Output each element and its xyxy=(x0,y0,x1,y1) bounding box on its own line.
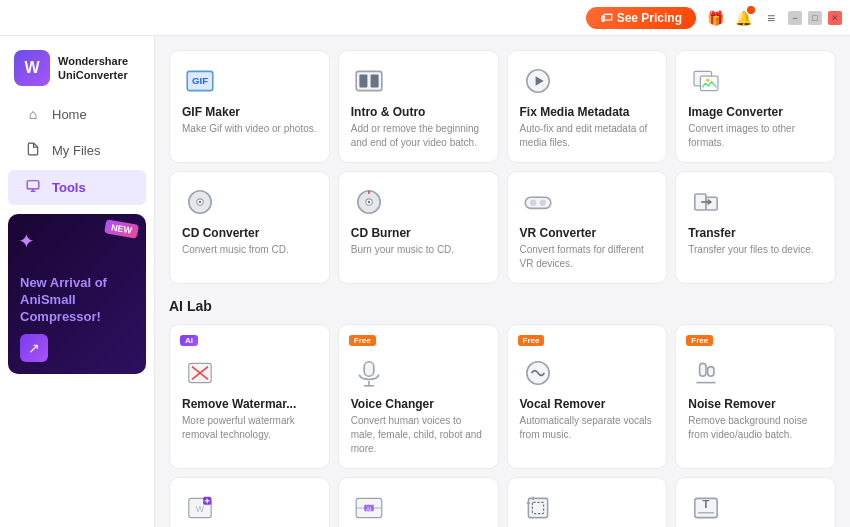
svg-rect-33 xyxy=(700,363,706,376)
app-name: WondershareUniConverter xyxy=(58,54,128,83)
home-icon: ⌂ xyxy=(24,106,42,122)
watermark-editor-icon-wrap: W xyxy=(182,490,218,526)
tool-remove-watermark[interactable]: AI Remove Watermar... More powerful wate… xyxy=(169,324,330,469)
svg-rect-6 xyxy=(359,75,367,88)
svg-rect-45 xyxy=(528,498,547,517)
tool-fix-media-metadata[interactable]: Fix Media Metadata Auto-fix and edit met… xyxy=(507,50,668,163)
free-badge-voice: Free xyxy=(349,335,376,346)
banner-line1: New Arrival of xyxy=(20,275,107,290)
app-icon: W xyxy=(14,50,50,86)
image-converter-name: Image Converter xyxy=(688,105,823,119)
free-badge-noise: Free xyxy=(686,335,713,346)
tool-auto-crop[interactable]: Auto Crop Automatically resize videos fo… xyxy=(507,477,668,527)
cd-burner-desc: Burn your music to CD. xyxy=(351,243,486,257)
intro-outro-name: Intro & Outro xyxy=(351,105,486,119)
tool-gif-maker[interactable]: GIF GIF Maker Make Gif with video or pho… xyxy=(169,50,330,163)
gif-maker-desc: Make Gif with video or photos. xyxy=(182,122,317,136)
transfer-desc: Transfer your files to device. xyxy=(688,243,823,257)
tools-icon xyxy=(24,179,42,196)
vr-converter-icon-wrap xyxy=(520,184,556,220)
transfer-icon-wrap xyxy=(688,184,724,220)
svg-rect-7 xyxy=(370,75,378,88)
fix-media-metadata-icon-wrap xyxy=(520,63,556,99)
notification-icon[interactable]: 🔔 xyxy=(734,9,752,27)
see-pricing-button[interactable]: 🏷 See Pricing xyxy=(586,7,696,29)
ai-badge: AI xyxy=(180,335,198,346)
menu-icon[interactable]: ≡ xyxy=(762,9,780,27)
svg-point-22 xyxy=(539,200,545,206)
ai-lab-grid: AI Remove Watermar... More powerful wate… xyxy=(169,324,836,527)
title-bar-icons: 🎁 🔔 ≡ xyxy=(706,9,780,27)
svg-rect-29 xyxy=(364,362,374,376)
files-icon xyxy=(24,142,42,159)
cd-converter-icon-wrap xyxy=(182,184,218,220)
banner-title: New Arrival of AniSmall Compressor! xyxy=(20,275,134,326)
sidebar-item-my-files[interactable]: My Files xyxy=(8,133,146,168)
svg-point-21 xyxy=(530,200,536,206)
tool-vocal-remover[interactable]: Free Vocal Remover Automatically separat… xyxy=(507,324,668,469)
banner-sparkle: ✦ xyxy=(18,229,35,253)
maximize-button[interactable]: □ xyxy=(808,11,822,25)
ai-lab-title: AI Lab xyxy=(169,298,836,314)
tool-cd-burner[interactable]: CD Burner Burn your music to CD. xyxy=(338,171,499,284)
vocal-remover-icon-wrap xyxy=(520,355,556,391)
fix-media-metadata-desc: Auto-fix and edit metadata of media file… xyxy=(520,122,655,150)
svg-rect-0 xyxy=(27,181,39,189)
svg-rect-11 xyxy=(701,76,719,90)
svg-text:GIF: GIF xyxy=(192,75,208,86)
tool-watermark-editor[interactable]: W Watermark Editor Add or remove waterma… xyxy=(169,477,330,527)
svg-rect-20 xyxy=(525,197,551,208)
close-button[interactable]: ✕ xyxy=(828,11,842,25)
cd-converter-name: CD Converter xyxy=(182,226,317,240)
tools-grid: GIF GIF Maker Make Gif with video or pho… xyxy=(169,50,836,284)
gift-icon[interactable]: 🎁 xyxy=(706,9,724,27)
vocal-remover-name: Vocal Remover xyxy=(520,397,655,411)
auto-crop-icon-wrap xyxy=(520,490,556,526)
intro-outro-icon-wrap xyxy=(351,63,387,99)
banner-arrow[interactable]: ↗ xyxy=(20,334,48,362)
voice-changer-desc: Convert human voices to male, female, ch… xyxy=(351,414,486,456)
subtitle-editor-icon-wrap: T xyxy=(688,490,724,526)
see-pricing-label: See Pricing xyxy=(617,11,682,25)
svg-point-15 xyxy=(199,201,201,203)
home-label: Home xyxy=(52,107,87,122)
sidebar-banner[interactable]: NEW ✦ New Arrival of AniSmall Compressor… xyxy=(8,214,146,374)
svg-text:AI: AI xyxy=(366,506,372,512)
svg-text:T: T xyxy=(703,498,710,510)
tool-image-converter[interactable]: Image Converter Convert images to other … xyxy=(675,50,836,163)
remove-watermark-desc: More powerful watermark removal technolo… xyxy=(182,414,317,442)
svg-point-12 xyxy=(706,79,709,82)
title-bar: 🏷 See Pricing 🎁 🔔 ≡ − □ ✕ xyxy=(0,0,850,36)
svg-rect-34 xyxy=(708,367,714,377)
cd-burner-icon-wrap xyxy=(351,184,387,220)
sidebar-item-home[interactable]: ⌂ Home xyxy=(8,97,146,131)
sidebar-item-tools[interactable]: Tools xyxy=(8,170,146,205)
fix-media-metadata-name: Fix Media Metadata xyxy=(520,105,655,119)
image-converter-icon-wrap xyxy=(688,63,724,99)
tool-noise-remover[interactable]: Free Noise Remover Remove background noi… xyxy=(675,324,836,469)
app-logo: W WondershareUniConverter xyxy=(0,36,154,96)
my-files-label: My Files xyxy=(52,143,100,158)
tool-smart-trimmer[interactable]: AI Smart Trimmer Automatically trim your… xyxy=(338,477,499,527)
banner-new-badge: NEW xyxy=(104,219,139,239)
tool-transfer[interactable]: Transfer Transfer your files to device. xyxy=(675,171,836,284)
noise-remover-desc: Remove background noise from video/audio… xyxy=(688,414,823,442)
tool-cd-converter[interactable]: CD Converter Convert music from CD. xyxy=(169,171,330,284)
tag-icon: 🏷 xyxy=(600,11,612,25)
tool-subtitle-editor[interactable]: T Subtitle Editor A powerful subtitle ed… xyxy=(675,477,836,527)
transfer-name: Transfer xyxy=(688,226,823,240)
voice-changer-name: Voice Changer xyxy=(351,397,486,411)
vr-converter-desc: Convert formats for different VR devices… xyxy=(520,243,655,271)
minimize-button[interactable]: − xyxy=(788,11,802,25)
image-converter-desc: Convert images to other formats. xyxy=(688,122,823,150)
window-controls: − □ ✕ xyxy=(788,11,842,25)
svg-text:W: W xyxy=(196,504,205,514)
noise-remover-name: Noise Remover xyxy=(688,397,823,411)
tool-voice-changer[interactable]: Free Voice Changer Convert human voices … xyxy=(338,324,499,469)
tool-vr-converter[interactable]: VR Converter Convert formats for differe… xyxy=(507,171,668,284)
tool-intro-outro[interactable]: Intro & Outro Add or remove the beginnin… xyxy=(338,50,499,163)
remove-watermark-icon-wrap xyxy=(182,355,218,391)
sidebar: W WondershareUniConverter ⌂ Home My File… xyxy=(0,36,155,527)
banner-line3: Compressor! xyxy=(20,309,101,324)
smart-trimmer-icon-wrap: AI xyxy=(351,490,387,526)
